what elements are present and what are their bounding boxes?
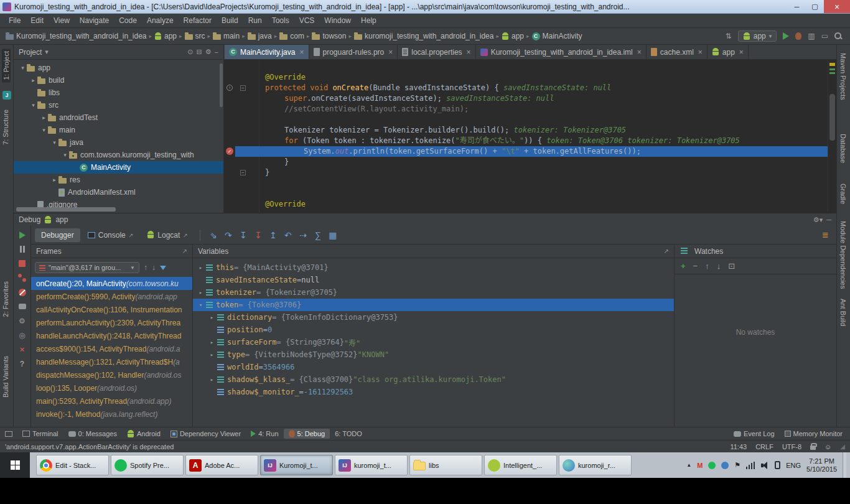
breadcrumb-item[interactable]: com [279,32,304,40]
code-line[interactable]: @Override [224,72,828,83]
evaluate-expression-icon[interactable]: ∑ [311,230,325,240]
sync-icon[interactable]: ⇅ [726,32,732,40]
close-button[interactable]: × [824,0,850,13]
vertical-scrollbar[interactable] [220,63,223,107]
chevron-down-icon[interactable]: ▾ [19,65,27,71]
layout-editor-icon[interactable]: ▦ [325,230,340,240]
breadcrumb-item[interactable]: MainActivity [532,32,582,40]
pause-icon[interactable] [18,245,27,253]
popout-icon[interactable]: ↗ [182,248,187,254]
mail-icon[interactable]: M [697,462,703,469]
editor-scrollbar[interactable] [828,60,836,213]
breadcrumb-item[interactable]: src [185,32,205,40]
chevron-right-icon[interactable]: ▸ [197,289,205,296]
lock-icon[interactable] [810,446,816,450]
breadcrumb-item[interactable]: towson [312,32,346,40]
debug-tab-console[interactable]: Console↗ [82,228,140,242]
debug-tab-debugger[interactable]: Debugger [35,228,80,242]
tool-strip-button-7-structure[interactable]: 7: Structure [2,110,9,145]
mute-breakpoints-icon[interactable] [18,288,27,296]
toolwindow-button-dependency-viewer[interactable]: Dependency Viewer [166,429,246,439]
taskbar-button[interactable]: libs [409,455,482,475]
menu-item-refactor[interactable]: Refactor [179,16,217,25]
menu-item-help[interactable]: Help [356,16,381,25]
taskbar-button[interactable]: Adobe Ac... [185,455,258,475]
step-into-icon[interactable]: ↧ [236,230,251,240]
pin-icon[interactable]: ◎ [18,331,27,339]
frame-row[interactable]: performCreate():5990, Activity (android.… [31,290,192,303]
run-button[interactable] [783,32,789,40]
variable-row[interactable]: ▾token = {Token@3706} [193,299,674,311]
variable-row[interactable]: ▸dictionary = {TokenInfoDictionary@3753} [193,311,674,324]
editor-tab[interactable]: MainActivity.java× [225,45,309,59]
caret-position[interactable]: 11:43 [730,443,747,450]
hidden-icons-icon[interactable]: ▲ [686,462,691,468]
breadcrumb-item[interactable]: app [154,32,177,40]
tree-item[interactable]: ▾src [14,99,223,111]
variable-row[interactable]: shadow$_monitor_ = -1611292563 [193,386,674,398]
show-desktop-button[interactable] [843,452,846,478]
language-indicator[interactable]: ENG [786,462,801,469]
toolwindow-button-6-todo[interactable]: 6: TODO [330,429,367,439]
chevron-down-icon[interactable]: ▾ [50,139,58,146]
tool-strip-button-module-dependencies[interactable]: Module Dependencies [839,221,847,289]
device-icon[interactable] [775,461,780,469]
close-icon[interactable]: × [18,345,27,353]
force-step-into-icon[interactable]: ↧ [251,230,266,240]
frame-row[interactable]: dispatchMessage():102, Handler (android.… [31,368,192,381]
resume-icon[interactable] [18,231,27,239]
fold-marker-icon[interactable]: − [240,85,246,91]
warning-stripe-mark[interactable] [829,63,835,66]
filter-icon[interactable]: ⊙ [187,48,193,56]
view-breakpoints-icon[interactable] [18,274,27,282]
menu-item-edit[interactable]: Edit [26,16,49,25]
code-line[interactable]: } [224,157,828,167]
chevron-down-icon[interactable]: ▾ [45,48,49,56]
chevron-down-icon[interactable]: ▾ [29,102,37,108]
frame-row[interactable]: loop():135, Looper (android.os) [31,381,192,394]
menu-item-code[interactable]: Code [114,16,142,25]
taskbar-button[interactable]: Intelligent_... [484,455,557,475]
variable-row[interactable]: ▸type = {ViterbiNode$Type@3752} "KNOWN" [193,348,674,361]
debug-tab-logcat[interactable]: Logcat↗ [141,228,194,242]
chevron-right-icon[interactable]: ▸ [40,114,48,121]
resize-grip-icon[interactable]: ◢ [840,443,845,450]
editor-tab[interactable]: app× [708,45,749,59]
taskbar-button[interactable]: Kuromoji_t... [260,455,333,475]
chevron-right-icon[interactable]: ▸ [208,352,216,358]
menu-item-file[interactable]: File [4,16,26,25]
monitor-icon[interactable]: ▭ [821,32,828,40]
code-line[interactable]: System.out.println(token.getSurfaceForm(… [224,146,828,157]
toolwindow-button-android[interactable]: Android [122,429,166,439]
settings-icon[interactable]: ⚙ [18,317,27,325]
show-execution-point-icon[interactable]: ⇘ [206,230,221,240]
tree-item[interactable]: MainActivity [14,161,223,174]
editor-tab[interactable]: local.properties× [398,45,475,59]
tree-item[interactable]: ▾app [14,62,223,74]
scrollbar-thumb[interactable] [829,94,835,141]
taskbar-button[interactable]: Edit - Stack... [36,455,109,475]
editor-tab[interactable]: proguard-rules.pro× [309,45,398,59]
tree-item[interactable]: ▸androidTest [14,111,223,124]
chevron-down-icon[interactable]: ▾ [61,152,69,158]
popout-icon[interactable]: ↗ [664,248,669,254]
code-line[interactable]: super.onCreate(savedInstanceState); save… [224,93,828,104]
editor[interactable]: @Override−protected void onCreate(Bundle… [224,60,836,213]
encoding-selector[interactable]: UTF-8 [782,443,801,450]
breadcrumb-item[interactable]: Kuromoji_testing_with_android_in_idea [6,32,146,40]
help-icon[interactable]: ? [18,360,27,368]
move-up-icon[interactable]: ↑ [705,261,709,271]
breadcrumb-item[interactable]: java [248,32,272,40]
menu-item-analyze[interactable]: Analyze [142,16,179,25]
chevron-right-icon[interactable]: ▸ [208,339,216,345]
code-line[interactable]: Tokenizer tokenizer = Tokenizer.builder(… [224,125,828,136]
code-line[interactable] [224,178,828,189]
toolwindow-button-event-log[interactable]: Event Log [729,429,780,439]
chevron-right-icon[interactable]: ▸ [29,77,37,83]
code-line[interactable]: for (Token token : tokenizer.tokenize("寿… [224,136,828,146]
add-icon[interactable]: + [681,261,686,271]
breakpoint-icon[interactable] [226,147,233,155]
duplicate-icon[interactable]: ⊡ [728,261,735,271]
code-line[interactable]: //setContentView(R.layout.activity_main)… [224,104,828,114]
thread-dump-icon[interactable] [18,302,27,310]
